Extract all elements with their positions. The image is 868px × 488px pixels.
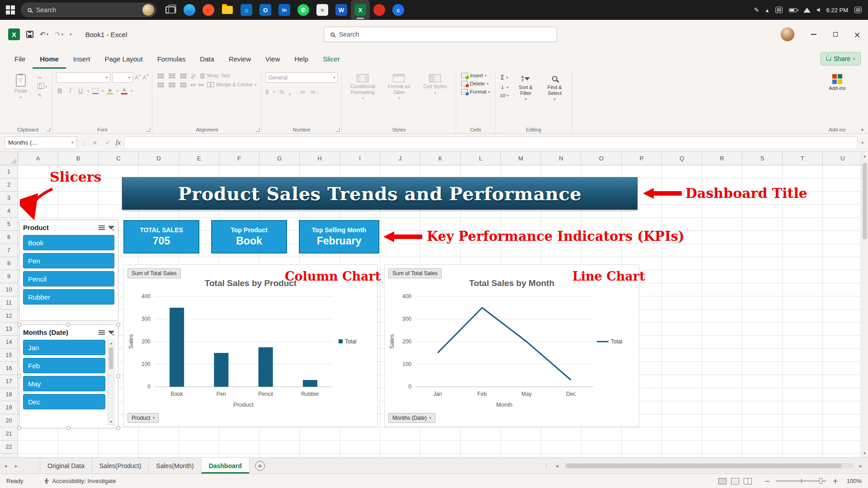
column-header-L[interactable]: L bbox=[461, 152, 501, 165]
pen-icon[interactable]: ✎ bbox=[754, 6, 760, 14]
decrease-indent-icon[interactable]: ◂≡ bbox=[190, 82, 196, 87]
cut-button[interactable]: ✂ bbox=[36, 74, 48, 81]
align-center-icon[interactable] bbox=[169, 83, 175, 84]
c-app-button[interactable]: c bbox=[389, 0, 408, 20]
hscroll-right-icon[interactable]: ▸ bbox=[855, 463, 866, 469]
brave-app-button[interactable] bbox=[199, 0, 218, 20]
title-search-box[interactable]: Search bbox=[324, 27, 557, 42]
zoom-slider-thumb[interactable] bbox=[819, 478, 822, 484]
notifications-icon[interactable] bbox=[854, 7, 862, 13]
sheet-tab-dashboard[interactable]: Dashboard bbox=[202, 458, 250, 474]
tab-split-handle[interactable]: ⋮ bbox=[544, 463, 550, 469]
alignment-dialog-launcher[interactable] bbox=[256, 128, 259, 131]
slicer-item-pen[interactable]: Pen bbox=[23, 253, 114, 268]
selection-handle[interactable] bbox=[116, 323, 120, 327]
scrollbar-thumb[interactable] bbox=[109, 347, 113, 369]
formula-input[interactable] bbox=[124, 136, 858, 149]
sheet-tab-sales-product[interactable]: Sales(Product) bbox=[92, 458, 149, 474]
column-chart-field-button[interactable]: Sum of Total Sales bbox=[127, 268, 181, 278]
font-color-button[interactable]: A bbox=[121, 87, 127, 94]
expand-formula-bar-button[interactable]: ▾ bbox=[861, 141, 863, 145]
tab-slicer[interactable]: Slicer bbox=[316, 49, 347, 69]
store-app-button[interactable]: ⌂ bbox=[237, 0, 256, 20]
notes-app-button[interactable]: ≡ bbox=[313, 0, 332, 20]
insert-function-button[interactable]: fx bbox=[116, 139, 121, 146]
tab-page-layout[interactable]: Page Layout bbox=[97, 49, 150, 69]
borders-caret[interactable]: ▾ bbox=[102, 89, 104, 93]
bold-button[interactable]: B bbox=[56, 87, 63, 94]
align-left-icon[interactable] bbox=[157, 83, 164, 84]
name-box[interactable]: Months (... ▾ bbox=[5, 136, 77, 149]
new-sheet-button[interactable]: + bbox=[255, 461, 265, 471]
borders-icon[interactable] bbox=[92, 88, 99, 94]
comma-style-button[interactable]: , bbox=[289, 88, 291, 96]
align-middle-icon[interactable] bbox=[169, 74, 175, 75]
accessibility-status[interactable]: Accessibility: Investigate bbox=[43, 478, 116, 484]
addins-button[interactable]: Add-ins bbox=[824, 72, 851, 91]
select-all-corner[interactable] bbox=[0, 152, 18, 165]
column-header-N[interactable]: N bbox=[541, 152, 581, 165]
orientation-icon[interactable]: ab bbox=[189, 71, 198, 80]
clock[interactable]: 6:22 PM bbox=[826, 7, 848, 14]
column-header-C[interactable]: C bbox=[99, 152, 139, 165]
kpi-top-product[interactable]: Top Product Book bbox=[211, 220, 287, 253]
scroll-down-icon[interactable]: ▾ bbox=[863, 449, 866, 457]
line-chart-axis-button[interactable]: Months (Date) ▾ bbox=[388, 413, 435, 423]
column-chart-panel[interactable]: Sum of Total Sales Total Sales by Produc… bbox=[123, 264, 378, 427]
share-button[interactable]: Share ▾ bbox=[821, 52, 861, 66]
column-header-E[interactable]: E bbox=[179, 152, 219, 165]
italic-button[interactable]: I bbox=[66, 87, 74, 94]
font-size-select[interactable]: ▾ bbox=[112, 72, 133, 83]
column-header-Q[interactable]: Q bbox=[662, 152, 702, 165]
column-header-D[interactable]: D bbox=[139, 152, 179, 165]
sort-filter-button[interactable]: AZ Sort & Filter ▾ bbox=[512, 72, 539, 101]
zoom-slider[interactable] bbox=[776, 480, 826, 482]
font-dialog-launcher[interactable] bbox=[146, 128, 150, 131]
redo-button[interactable]: ↷▾ bbox=[55, 30, 63, 38]
column-header-S[interactable]: S bbox=[742, 152, 783, 165]
tab-view[interactable]: View bbox=[258, 49, 287, 69]
sheet-tab-original-data[interactable]: Original Data bbox=[40, 458, 92, 474]
sheet-nav-left-icon[interactable]: ◂ bbox=[0, 463, 11, 469]
fill-button[interactable]: ↓▾ bbox=[499, 84, 510, 91]
scrollbar-thumb[interactable] bbox=[566, 464, 842, 468]
scrollbar-thumb[interactable] bbox=[863, 163, 867, 239]
scroll-down-icon[interactable]: ▾ bbox=[110, 419, 112, 425]
multi-select-icon[interactable] bbox=[99, 330, 105, 331]
column-header-T[interactable]: T bbox=[783, 152, 823, 165]
linkedin-app-button[interactable]: in bbox=[275, 0, 294, 20]
slicer-item-feb[interactable]: Feb bbox=[23, 358, 105, 373]
copy-button[interactable]: ▾ bbox=[36, 84, 48, 89]
tab-review[interactable]: Review bbox=[222, 49, 258, 69]
column-header-U[interactable]: U bbox=[823, 152, 861, 165]
merge-center-button[interactable]: Merge & Center ▾ bbox=[206, 81, 258, 88]
zoom-level[interactable]: 100% bbox=[843, 478, 862, 484]
product-slicer[interactable]: Product Book Pen Pencil Rubber bbox=[19, 220, 118, 321]
column-header-I[interactable]: I bbox=[340, 152, 380, 165]
restore-button[interactable] bbox=[825, 20, 846, 49]
conditional-formatting-button[interactable]: Conditional Formatting ▾ bbox=[345, 72, 380, 100]
column-header-O[interactable]: O bbox=[581, 152, 622, 165]
clear-filter-icon[interactable] bbox=[108, 331, 114, 334]
cancel-entry-button[interactable]: × bbox=[90, 139, 99, 146]
insert-cells-button[interactable]: Insert ▾ bbox=[460, 72, 491, 79]
sheet-nav-right-icon[interactable]: ▸ bbox=[11, 463, 22, 469]
clipboard-dialog-launcher[interactable] bbox=[47, 128, 50, 131]
increase-indent-icon[interactable]: ≡▸ bbox=[198, 82, 204, 87]
tab-file[interactable]: File bbox=[7, 49, 33, 69]
line-chart-field-button[interactable]: Sum of Total Sales bbox=[388, 268, 442, 278]
number-dialog-launcher[interactable] bbox=[336, 128, 340, 131]
column-header-B[interactable]: B bbox=[58, 152, 99, 165]
fill-color-button[interactable]: ◆ bbox=[107, 88, 113, 94]
format-cells-button[interactable]: Format ▾ bbox=[460, 89, 491, 95]
vertical-scrollbar[interactable]: ▴ ▾ bbox=[861, 152, 868, 457]
paste-button[interactable]: Paste ▾ bbox=[7, 72, 34, 99]
page-break-view-button[interactable] bbox=[744, 478, 752, 484]
column-header-K[interactable]: K bbox=[420, 152, 461, 165]
wifi-icon[interactable] bbox=[803, 8, 811, 13]
align-top-icon[interactable] bbox=[157, 74, 164, 75]
sheet-tab-sales-month[interactable]: Sales(Month) bbox=[149, 458, 201, 474]
clear-filter-icon[interactable] bbox=[108, 226, 114, 230]
column-header-A[interactable]: A bbox=[18, 152, 58, 165]
font-name-select[interactable]: ▾ bbox=[56, 72, 110, 83]
